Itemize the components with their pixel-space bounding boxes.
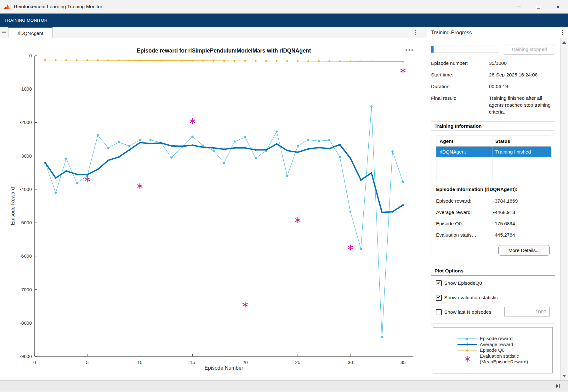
field-row: Evaluation statis…-445.2784	[436, 232, 553, 238]
tab-rldqnagent[interactable]: rlDQNAgent	[8, 27, 53, 38]
data-point	[392, 61, 394, 63]
chart-kebab-icon[interactable]	[408, 49, 410, 51]
data-point	[170, 157, 173, 159]
minimize-button[interactable]	[509, 0, 529, 14]
legend-label: Average reward	[480, 342, 513, 348]
data-point	[381, 336, 383, 338]
panel-header: Training Progress ⋮	[427, 27, 568, 38]
panel-title: Training Progress	[427, 30, 472, 36]
checkbox-checked[interactable]	[436, 280, 442, 286]
data-point	[244, 60, 246, 62]
y-tick-label: -5000	[20, 220, 32, 225]
y-tick-label: -8000	[20, 320, 32, 326]
data-point	[234, 141, 236, 143]
data-point	[276, 143, 277, 145]
document-list-icon[interactable]	[2, 30, 7, 35]
app-window: Reinforcement Learning Training Monitor …	[0, 0, 568, 392]
matlab-logo-icon	[4, 4, 11, 9]
x-tick-label: 20	[242, 360, 248, 365]
data-point	[318, 60, 320, 62]
data-point	[128, 145, 131, 147]
data-point	[76, 182, 78, 184]
plot-option-row: Show evaluation statistic	[436, 294, 498, 301]
x-tick-label: 0	[33, 360, 36, 365]
column-divider	[492, 136, 492, 181]
line-marker-icon	[457, 339, 477, 339]
field-label: Duration:	[431, 83, 489, 90]
checkbox-checked[interactable]	[436, 295, 442, 301]
data-point	[402, 181, 404, 183]
data-point	[97, 134, 99, 136]
data-point	[76, 59, 78, 61]
data-point	[297, 151, 298, 153]
data-point	[223, 60, 225, 62]
chart-kebab-icon[interactable]	[406, 49, 407, 51]
data-point	[107, 147, 110, 149]
data-point	[213, 60, 215, 62]
line-marker-icon	[457, 350, 477, 351]
data-point	[118, 156, 120, 158]
data-point	[118, 59, 120, 61]
field-row: Episode Q0:-175.6894	[436, 220, 553, 227]
tab-bar: rlDQNAgent ⋮	[0, 27, 427, 38]
x-tick-label: 5	[86, 360, 88, 365]
data-point	[65, 170, 67, 172]
data-point	[392, 211, 393, 213]
reward-chart: Episode reward for rlSimplePendulumModel…	[0, 38, 427, 380]
field-label: Episode Q0:	[436, 220, 493, 227]
data-point	[318, 147, 320, 148]
data-point	[55, 59, 57, 61]
data-point	[370, 105, 372, 108]
column-status: Status	[492, 136, 510, 146]
more-details-button[interactable]: More Details...	[498, 245, 550, 256]
agent-status-table: Agent Status rlDQNAgent Training finishe…	[436, 136, 551, 181]
field-value: -3784.1669	[493, 198, 553, 204]
legend-item: Episode reward	[457, 336, 528, 342]
data-point	[276, 131, 278, 133]
y-tick-label: -9000	[20, 354, 32, 359]
skip-to-end-icon[interactable]	[555, 384, 561, 389]
scroll-up-icon[interactable]	[562, 41, 566, 44]
data-point	[360, 179, 362, 181]
data-point	[308, 148, 309, 150]
field-row: Average reward:-4468.913	[436, 209, 553, 216]
data-point	[328, 60, 330, 62]
close-button[interactable]: ✕	[548, 0, 568, 14]
episode-information-fields: Episode reward:-3784.1669Average reward:…	[436, 198, 553, 243]
training-stopped-button[interactable]: Training stopped	[503, 44, 555, 55]
y-tick-label: -6000	[20, 253, 32, 259]
data-point	[139, 139, 141, 141]
agent-cell: rlDQNAgent	[436, 147, 492, 157]
progress-fields: Episode number:35/1000Start time:26-Sep-…	[431, 60, 557, 120]
data-point	[318, 140, 320, 142]
data-point	[128, 59, 130, 61]
data-point	[202, 60, 204, 62]
ribbon-tab-training-monitor[interactable]: TRAINING MONITOR	[4, 18, 48, 23]
panel-kebab-icon[interactable]: ⋮	[560, 29, 565, 36]
scroll-down-icon[interactable]	[562, 375, 566, 377]
data-point	[339, 156, 341, 158]
data-point	[139, 142, 141, 143]
x-tick-label: 10	[137, 360, 143, 365]
chart-kebab-icon[interactable]	[412, 49, 413, 51]
data-point	[297, 60, 299, 62]
column-agent: Agent	[436, 136, 492, 146]
legend-label: Evaluation statistic(MeanEpisodeReward)	[480, 353, 528, 365]
data-point	[265, 60, 267, 62]
panel-scrollbar[interactable]	[560, 38, 568, 380]
data-point	[65, 59, 67, 61]
maximize-button[interactable]	[529, 0, 548, 14]
tab-kebab-icon[interactable]: ⋮	[412, 29, 418, 36]
checkbox-unchecked[interactable]	[436, 309, 442, 315]
last-n-episodes-input[interactable]	[504, 307, 550, 316]
data-point	[381, 212, 383, 213]
legend-item: Average reward	[457, 342, 528, 348]
data-point	[44, 162, 46, 163]
field-row: Episode reward:-3784.1669	[436, 198, 553, 204]
table-row[interactable]: rlDQNAgent Training finished	[436, 147, 551, 157]
data-point	[307, 60, 309, 62]
x-tick-label: 35	[400, 360, 406, 365]
episode-information-title: Episode Information (rlDQNAgent):	[436, 187, 517, 192]
data-point	[339, 144, 341, 145]
data-point	[328, 139, 331, 141]
